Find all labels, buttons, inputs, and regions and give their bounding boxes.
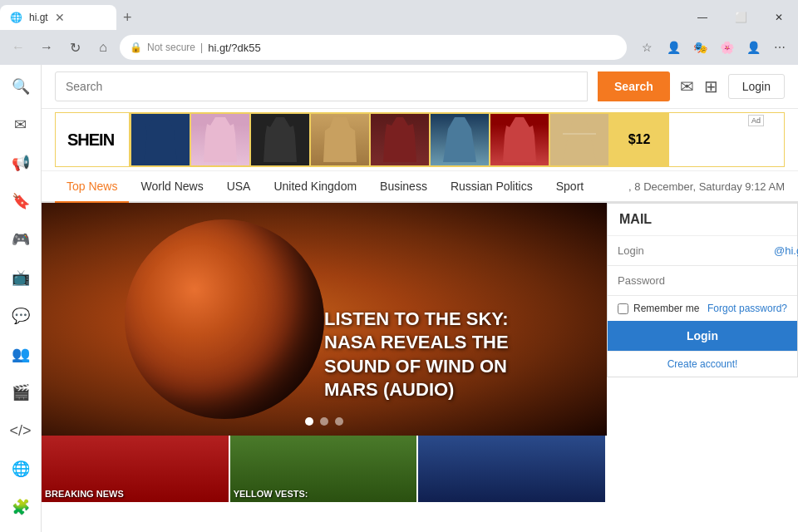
maximize-button[interactable]: ⬜	[722, 5, 760, 30]
tab-usa[interactable]: USA	[215, 171, 263, 203]
thumbnail-row: BREAKING NEWS YELLOW VESTS:	[42, 436, 607, 502]
ad-item-2	[190, 113, 250, 166]
ad-tag: Ad	[748, 115, 764, 126]
carousel-dots	[305, 417, 343, 426]
sidebar-icon-bookmark[interactable]: 🔖	[7, 188, 34, 214]
mail-login-field: @hi.gt ▼	[608, 236, 797, 266]
address-box[interactable]: 🔒 Not secure | hi.gt/?dk55	[120, 35, 627, 60]
search-button[interactable]: Search	[598, 71, 670, 101]
nav-date: , 8 December, Saturday 9:12 AM	[628, 180, 785, 193]
favorites-button[interactable]: ☆	[635, 36, 658, 59]
carousel-dot-3[interactable]	[335, 417, 343, 426]
grid-icon[interactable]: ⊞	[704, 76, 718, 96]
sidebar-icon-search[interactable]: 🔍	[7, 73, 34, 100]
ad-item-1	[131, 113, 190, 166]
right-sidebar: MAIL @hi.gt ▼ Remember	[607, 203, 798, 502]
tab-world-news[interactable]: World News	[129, 171, 214, 203]
thumb-label-2: YELLOW VESTS:	[230, 436, 417, 502]
tab-title: hi.gt	[29, 12, 48, 23]
ad-clothing-items	[131, 113, 609, 166]
thumbnail-2[interactable]: YELLOW VESTS:	[230, 436, 419, 502]
minimize-button[interactable]: —	[683, 5, 722, 30]
tab-russian-politics[interactable]: Russian Politics	[439, 171, 544, 203]
window-controls: — ⬜ ✕	[683, 5, 798, 30]
forgot-password-link[interactable]: Forgot password?	[707, 303, 787, 314]
lock-icon: 🔒	[130, 42, 142, 53]
sidebar-icon-gamepad[interactable]: 🎮	[7, 226, 34, 253]
ad-item-7	[490, 113, 549, 166]
remember-row: Remember me Forgot password?	[608, 296, 797, 321]
mail-domain-text: @hi.gt	[774, 244, 798, 257]
browser-chrome: 🌐 hi.gt ✕ + — ⬜ ✕ ← → ↻ ⌂ 🔒 Not secure |…	[0, 0, 798, 65]
mail-password-field	[608, 266, 797, 296]
ad-banner: SHEIN	[42, 109, 798, 171]
toolbar-icons: ☆ 👤 🎭 🌸 👤 ⋯	[635, 36, 791, 59]
mail-login-input[interactable]	[608, 236, 767, 265]
security-label: Not secure	[147, 42, 195, 53]
ad-brand: SHEIN	[56, 113, 131, 166]
tab-business[interactable]: Business	[368, 171, 439, 203]
main-area: Search ✉ ⊞ Login SHEIN	[42, 65, 798, 532]
mail-password-input[interactable]	[608, 266, 797, 295]
sidebar-icon-puzzle[interactable]: 🧩	[7, 494, 34, 520]
thumb-label-3	[418, 436, 605, 502]
remember-me-text: Remember me	[633, 303, 699, 314]
mail-widget: MAIL @hi.gt ▼ Remember	[607, 203, 798, 377]
mail-login-button[interactable]: Login	[608, 321, 797, 351]
sidebar-icon-chat[interactable]: 💬	[7, 303, 34, 329]
thumbnail-3[interactable]	[418, 436, 607, 502]
page-content: 🔍 ✉ 📢 🔖 🎮 📺 💬 👥 🎬 </> 🌐 🧩 Search ✉ ⊞ Log…	[0, 65, 798, 532]
new-tab-button[interactable]: +	[116, 9, 139, 27]
content-area: LISTEN TO THE SKY: NASA REVEALS THE SOUN…	[42, 203, 798, 502]
sidebar-icon-mail[interactable]: ✉	[7, 111, 34, 138]
reload-button[interactable]: ↻	[63, 36, 86, 59]
url-text: hi.gt/?dk55	[208, 42, 261, 54]
ad-item-3	[250, 113, 310, 166]
mail-domain-selector[interactable]: @hi.gt ▼	[767, 244, 798, 257]
menu-button[interactable]: ⋯	[768, 36, 791, 59]
ad-item-5	[370, 113, 430, 166]
forward-button[interactable]: →	[35, 36, 58, 59]
remember-me-checkbox[interactable]	[618, 303, 628, 314]
carousel-headline: LISTEN TO THE SKY: NASA REVEALS THE SOUN…	[324, 308, 557, 402]
active-tab[interactable]: 🌐 hi.gt ✕	[0, 5, 116, 30]
tab-close-button[interactable]: ✕	[55, 11, 65, 24]
sidebar-icon-people[interactable]: 👥	[7, 341, 34, 367]
carousel-dot-1[interactable]	[305, 417, 313, 426]
sidebar-icon-code[interactable]: </>	[7, 417, 34, 444]
sidebar-icon-translate[interactable]: 🌐	[7, 456, 34, 482]
login-button[interactable]: Login	[728, 74, 785, 99]
tab-united-kingdom[interactable]: United Kingdom	[262, 171, 368, 203]
sidebar-icon-megaphone[interactable]: 📢	[7, 150, 34, 176]
carousel[interactable]: LISTEN TO THE SKY: NASA REVEALS THE SOUN…	[42, 203, 607, 436]
account-button[interactable]: 👤	[741, 36, 765, 59]
search-input[interactable]	[55, 71, 588, 101]
mail-icon[interactable]: ✉	[680, 76, 694, 96]
ad-item-8	[549, 113, 609, 166]
separator: |	[200, 42, 203, 53]
back-button[interactable]: ←	[7, 36, 30, 59]
carousel-dot-2[interactable]	[320, 417, 328, 426]
address-bar-row: ← → ↻ ⌂ 🔒 Not secure | hi.gt/?dk55 ☆ 👤 🎭…	[0, 30, 798, 65]
thumb-label-1: BREAKING NEWS	[42, 436, 229, 502]
sidebar-icon-tv[interactable]: 📺	[7, 264, 34, 291]
nav-tabs: Top News World News USA United Kingdom B…	[42, 171, 798, 203]
main-column: LISTEN TO THE SKY: NASA REVEALS THE SOUN…	[42, 203, 607, 502]
home-button[interactable]: ⌂	[91, 36, 115, 59]
tab-bar: 🌐 hi.gt ✕ + — ⬜ ✕	[0, 0, 798, 30]
profile-icon-2[interactable]: 🎭	[688, 36, 712, 59]
ad-price: $12	[609, 113, 669, 166]
ad-inner[interactable]: SHEIN	[55, 112, 785, 167]
thumbnail-1[interactable]: BREAKING NEWS	[42, 436, 230, 502]
ad-item-6	[430, 113, 490, 166]
remember-me-label[interactable]: Remember me	[618, 303, 699, 314]
close-button[interactable]: ✕	[760, 5, 798, 30]
create-account-link[interactable]: Create account!	[608, 351, 797, 377]
profile-icon-1[interactable]: 👤	[662, 36, 685, 59]
site-header: Search ✉ ⊞ Login	[42, 65, 798, 109]
profile-icon-3[interactable]: 🌸	[715, 36, 738, 59]
tab-top-news[interactable]: Top News	[55, 171, 129, 203]
ad-item-4	[310, 113, 370, 166]
sidebar-icon-video[interactable]: 🎬	[7, 379, 34, 406]
tab-sport[interactable]: Sport	[544, 171, 595, 203]
